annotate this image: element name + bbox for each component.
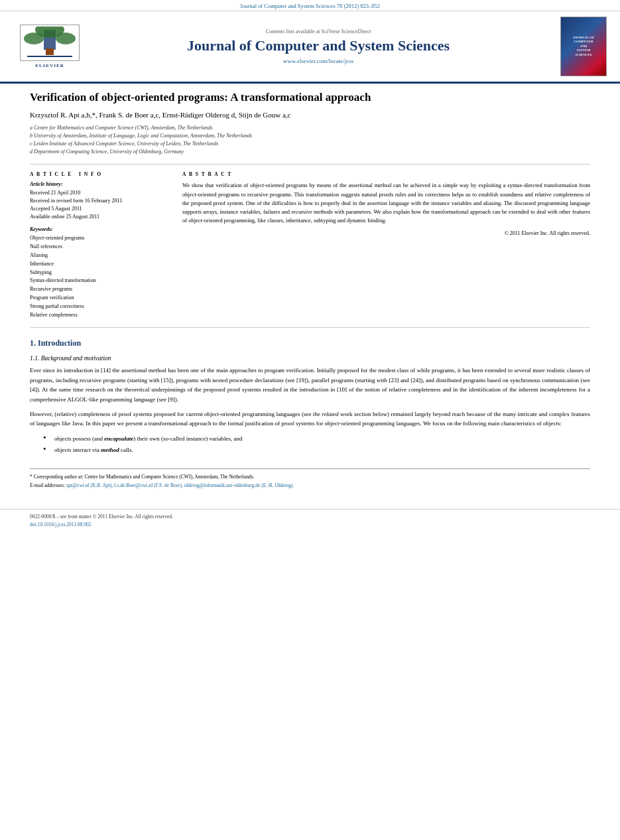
bullet-item-2: objects interact via method calls. xyxy=(46,445,590,455)
keyword-10: Relative completeness xyxy=(30,311,169,320)
affiliations: a Centre for Mathematics and Computer Sc… xyxy=(30,124,590,156)
keyword-9: Strong partial correctness xyxy=(30,303,169,311)
abstract-column: A B S T R A C T We show that verificatio… xyxy=(182,171,590,319)
keyword-6: Syntax-directed transformation xyxy=(30,277,169,285)
footnote-corresponding: * Corresponding author at: Centre for Ma… xyxy=(30,473,590,480)
svg-rect-4 xyxy=(46,48,54,55)
affiliation-d: d Department of Computing Science, Unive… xyxy=(30,148,590,156)
received-date: Received 21 April 2010 xyxy=(30,189,169,197)
footnote-area: * Corresponding author at: Centre for Ma… xyxy=(30,468,590,490)
journal-cover-image: JOURNAL OFCOMPUTERANDSYSTEMSCIENCES xyxy=(560,17,607,76)
intro-paragraph-2: However, (relative) completeness of proo… xyxy=(30,409,590,429)
bottom-doi: doi:10.1016/j.jcss.2011.08.002 xyxy=(30,521,590,529)
keyword-2: Null references xyxy=(30,243,169,251)
keyword-4: Inheritance xyxy=(30,260,169,269)
revised-date: Received in revised form 16 February 201… xyxy=(30,197,169,205)
article-title: Verification of object-oriented programs… xyxy=(30,90,590,105)
authors-line: Krzysztof R. Apt a,b,*, Frank S. de Boer… xyxy=(30,110,590,120)
elsevier-wordmark: ELSEVIER xyxy=(35,63,64,68)
affiliation-a: a Centre for Mathematics and Computer Sc… xyxy=(30,124,590,132)
journal-top-bar: Journal of Computer and System Sciences … xyxy=(0,0,620,11)
journal-cover-area: JOURNAL OFCOMPUTERANDSYSTEMSCIENCES xyxy=(550,17,607,76)
footnote-email-label: E-mail addresses: xyxy=(30,482,65,488)
abstract-text: We show that verification of object-orie… xyxy=(182,181,590,225)
authors-text: Krzysztof R. Apt a,b,*, Frank S. de Boer… xyxy=(30,111,290,119)
article-info-header: A R T I C L E I N F O xyxy=(30,171,169,177)
abstract-header: A B S T R A C T xyxy=(182,171,590,177)
article-info-column: A R T I C L E I N F O Article history: R… xyxy=(30,171,169,319)
sciverse-line: Contents lists available at SciVerse Sci… xyxy=(86,29,550,35)
divider-2 xyxy=(30,327,590,328)
bottom-bar: 0022-0000/$ – see front matter © 2011 El… xyxy=(0,509,620,532)
elsevier-logo xyxy=(20,25,80,61)
section-1-heading: 1. Introduction xyxy=(30,338,590,348)
journal-title: Journal of Computer and System Sciences xyxy=(86,37,550,54)
footnote-email-line: E-mail addresses: apt@cwi.nl (K.R. Apt),… xyxy=(30,482,590,489)
journal-header: ELSEVIER Contents lists available at Sci… xyxy=(0,11,620,84)
keyword-1: Object-oriented programs xyxy=(30,234,169,243)
accepted-date: Accepted 5 August 2011 xyxy=(30,205,169,213)
svg-point-3 xyxy=(56,33,76,44)
abstract-copyright: © 2011 Elsevier Inc. All rights reserved… xyxy=(182,230,590,236)
svg-point-2 xyxy=(24,33,44,44)
divider-1 xyxy=(30,164,590,165)
elsevier-logo-area: ELSEVIER xyxy=(13,25,86,68)
footnote-emails: apt@cwi.nl (K.R. Apt), f.s.de.Boer@cwi.n… xyxy=(66,482,294,488)
keyword-8: Program verification xyxy=(30,294,169,303)
bullet-item-1: objects possess (and encapsulate) their … xyxy=(46,434,590,443)
bottom-issn: 0022-0000/$ – see front matter © 2011 El… xyxy=(30,513,590,521)
elsevier-tree-icon xyxy=(21,27,79,60)
journal-header-center: Contents lists available at SciVerse Sci… xyxy=(86,29,550,64)
journal-citation-header: Journal of Computer and System Sciences … xyxy=(240,3,380,9)
info-columns: A R T I C L E I N F O Article history: R… xyxy=(30,171,590,319)
intro-paragraph-1: Ever since its introduction in [14] the … xyxy=(30,366,590,404)
article-content: Verification of object-oriented programs… xyxy=(0,84,620,504)
keywords-label: Keywords: xyxy=(30,226,169,232)
available-date: Available online 25 August 2011 xyxy=(30,213,169,221)
journal-url: www.elsevier.com/locate/jcss xyxy=(86,58,550,64)
subsection-1-1-heading: 1.1. Background and motivation xyxy=(30,355,590,362)
article-history-label: Article history: xyxy=(30,181,169,187)
journal-cover-text: JOURNAL OFCOMPUTERANDSYSTEMSCIENCES xyxy=(573,36,594,58)
keyword-3: Aliasing xyxy=(30,251,169,260)
keyword-7: Recursive programs xyxy=(30,285,169,294)
characteristics-list: objects possess (and encapsulate) their … xyxy=(46,434,590,455)
affiliation-b: b University of Amsterdam, Institute of … xyxy=(30,132,590,140)
keyword-5: Subtyping xyxy=(30,269,169,277)
affiliation-c: c Leiden Institute of Advanced Computer … xyxy=(30,140,590,148)
